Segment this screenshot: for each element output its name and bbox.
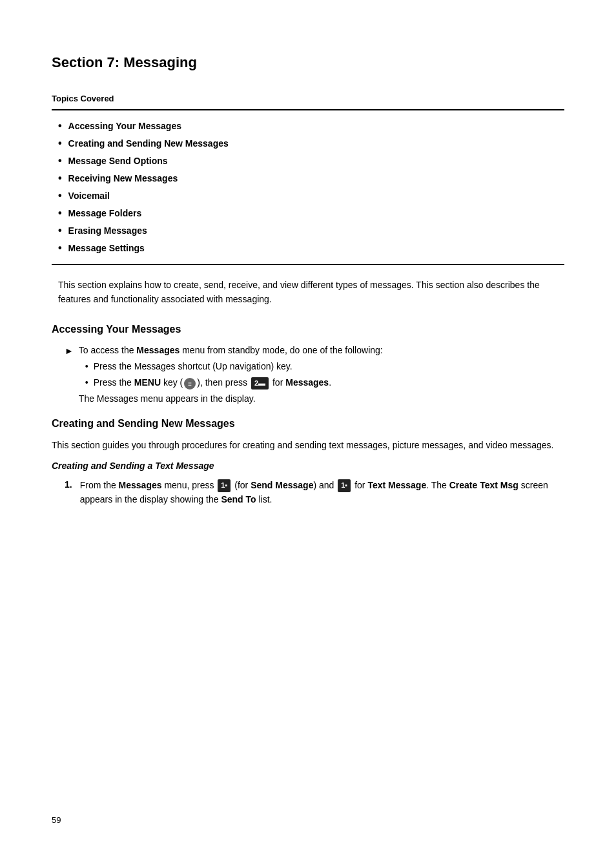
intro-paragraph: This section explains how to create, sen…	[52, 278, 564, 307]
creating-intro: This section guides you through procedur…	[52, 438, 564, 452]
display-text: The Messages menu appears in the display…	[79, 392, 564, 406]
step-content: From the Messages menu, press 1▪ (for Se…	[80, 478, 564, 507]
step-number: 1.	[65, 478, 72, 492]
arrow-icon: ►	[65, 344, 74, 358]
arrow-item: ► To access the Messages menu from stand…	[52, 344, 564, 406]
menu-icon	[184, 378, 196, 390]
accessing-section: Accessing Your Messages ► To access the …	[52, 322, 564, 406]
creating-subsection-title: Creating and Sending a Text Message	[52, 459, 564, 473]
list-item: Press the Messages shortcut (Up navigati…	[85, 360, 564, 373]
list-item: Accessing Your Messages	[58, 119, 564, 133]
key-badge-2: 2▬	[251, 377, 269, 390]
arrow-text-suffix: menu from standby mode, do one of the fo…	[180, 345, 382, 355]
topics-covered-section: Topics Covered Accessing Your Messages C…	[52, 92, 564, 265]
arrow-content: To access the Messages menu from standby…	[79, 344, 564, 406]
list-item: Press the MENU key (), then press 2▬ for…	[85, 376, 564, 390]
list-item: Erasing Messages	[58, 224, 564, 238]
top-divider	[52, 109, 564, 110]
topics-list: Accessing Your Messages Creating and Sen…	[58, 119, 564, 255]
list-item: Message Folders	[58, 207, 564, 220]
key-badge-1a: 1▪	[218, 479, 231, 492]
key-badge-1b: 1▪	[338, 479, 351, 492]
accessing-title: Accessing Your Messages	[52, 322, 564, 337]
step1-text: From the Messages menu, press 1▪ (for Se…	[80, 480, 548, 504]
bottom-divider	[52, 264, 564, 265]
list-item: Creating and Sending New Messages	[58, 137, 564, 151]
bullet-text-1: Press the Messages shortcut (Up navigati…	[94, 360, 293, 373]
section-title: Section 7: Messaging	[52, 52, 564, 73]
list-item: Message Settings	[58, 242, 564, 255]
step-1: 1. From the Messages menu, press 1▪ (for…	[52, 478, 564, 507]
creating-section: Creating and Sending New Messages This s…	[52, 416, 564, 506]
page-number: 59	[52, 814, 61, 827]
bullet-text-2: Press the MENU key (), then press 2▬ for…	[94, 376, 331, 390]
arrow-text-prefix: To access the	[79, 345, 137, 355]
list-item: Voicemail	[58, 189, 564, 203]
page-content: Section 7: Messaging Topics Covered Acce…	[52, 52, 564, 506]
messages-bold: Messages	[136, 345, 180, 355]
access-bullets: Press the Messages shortcut (Up navigati…	[79, 360, 564, 390]
topics-covered-label: Topics Covered	[52, 92, 564, 105]
list-item: Message Send Options	[58, 154, 564, 168]
list-item: Receiving New Messages	[58, 172, 564, 185]
creating-title: Creating and Sending New Messages	[52, 416, 564, 431]
